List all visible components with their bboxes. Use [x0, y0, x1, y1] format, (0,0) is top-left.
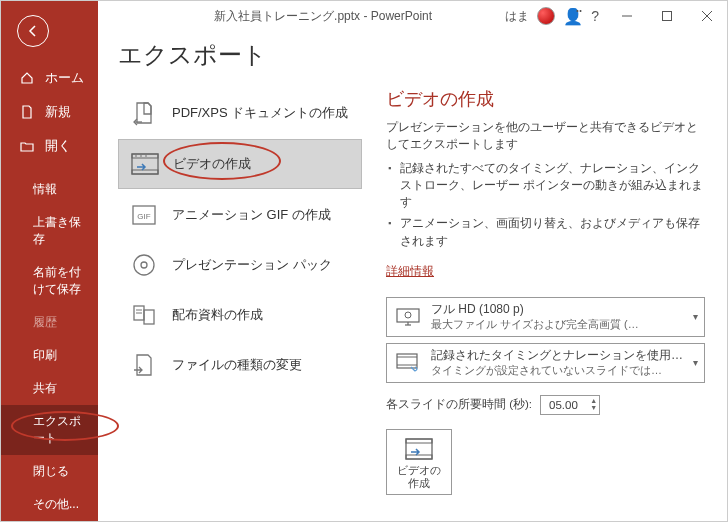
sidebar-label: 印刷 [33, 347, 57, 364]
username: はま [505, 8, 529, 25]
timing-dropdown[interactable]: 記録されたタイミングとナレーションを使用… タイミングが設定されていないスライド… [386, 343, 705, 383]
pdf-icon [130, 99, 158, 127]
sidebar-item-home[interactable]: ホーム [1, 61, 98, 95]
new-icon [19, 104, 35, 120]
svg-point-8 [140, 155, 142, 157]
maximize-button[interactable] [647, 1, 687, 31]
sidebar-item-share[interactable]: 共有 [1, 372, 98, 405]
export-label: PDF/XPS ドキュメントの作成 [172, 104, 348, 122]
export-label: 配布資料の作成 [172, 306, 263, 324]
user-avatar-icon[interactable] [537, 7, 555, 25]
sidebar-item-saveas[interactable]: 名前を付けて保存 [1, 256, 98, 306]
svg-rect-1 [663, 12, 672, 21]
svg-point-7 [135, 155, 137, 157]
duration-input[interactable]: 05.00 ▲▼ [540, 395, 600, 415]
notify-icon[interactable]: 👤̈ [563, 7, 583, 26]
panel-description: プレゼンテーションを他のユーザーと共有できるビデオとしてエクスポートします [386, 119, 705, 154]
sidebar-label: 上書き保存 [33, 214, 90, 248]
export-label: アニメーション GIF の作成 [172, 206, 331, 224]
window-title: 新入社員トレーニング.pptx - PowerPoint [141, 8, 505, 25]
sidebar-item-info[interactable]: 情報 [1, 173, 98, 206]
help-icon[interactable]: ? [591, 8, 599, 24]
svg-text:GIF: GIF [137, 212, 150, 221]
panel-bullet: アニメーション、画面切り替え、およびメディアも保存されます [400, 215, 705, 250]
sidebar-label: 閉じる [33, 463, 69, 480]
sidebar-item-export[interactable]: エクスポート [1, 405, 98, 455]
svg-point-21 [405, 312, 411, 318]
sidebar-item-open[interactable]: 開く [1, 129, 98, 163]
export-label: ファイルの種類の変更 [172, 356, 302, 374]
timing-subtitle: タイミングが設定されていないスライドでは… [431, 363, 683, 377]
svg-rect-18 [397, 309, 419, 322]
export-label: プレゼンテーション パック [172, 256, 332, 274]
panel-heading: ビデオの作成 [386, 87, 705, 111]
svg-point-13 [141, 262, 147, 268]
svg-rect-4 [132, 154, 158, 174]
duration-label: 各スライドの所要時間 (秒): [386, 397, 532, 412]
sidebar-label: 情報 [33, 181, 57, 198]
video-icon [405, 438, 433, 460]
filetype-icon [130, 351, 158, 379]
export-option-gif[interactable]: GIF アニメーション GIF の作成 [118, 191, 362, 239]
create-video-button[interactable]: ビデオの 作成 [386, 429, 452, 495]
sidebar-label: 名前を付けて保存 [33, 264, 90, 298]
svg-point-9 [145, 155, 147, 157]
svg-rect-25 [406, 439, 432, 459]
sidebar-label: その他... [33, 496, 79, 513]
create-label: ビデオの 作成 [397, 464, 441, 490]
svg-point-12 [134, 255, 154, 275]
sidebar-item-new[interactable]: 新規 [1, 95, 98, 129]
folder-icon [19, 138, 35, 154]
sidebar-label: エクスポート [33, 413, 90, 447]
sidebar-item-print[interactable]: 印刷 [1, 339, 98, 372]
sidebar-label: 開く [45, 137, 71, 155]
page-title: エクスポート [118, 39, 362, 71]
sidebar-item-close[interactable]: 閉じる [1, 455, 98, 488]
export-option-pack[interactable]: プレゼンテーション パック [118, 241, 362, 289]
export-option-handout[interactable]: 配布資料の作成 [118, 291, 362, 339]
monitor-icon [395, 307, 421, 327]
timing-title: 記録されたタイミングとナレーションを使用… [431, 348, 683, 364]
chevron-down-icon: ▾ [693, 311, 698, 322]
cd-icon [130, 251, 158, 279]
sidebar-label: ホーム [45, 69, 84, 87]
sidebar-item-other[interactable]: その他... [1, 488, 98, 521]
sidebar-label: 共有 [33, 380, 57, 397]
svg-rect-22 [397, 354, 417, 368]
handout-icon [130, 301, 158, 329]
more-info-link[interactable]: 詳細情報 [386, 264, 434, 279]
svg-rect-15 [144, 310, 154, 324]
export-label: ビデオの作成 [173, 155, 251, 173]
video-icon [131, 150, 159, 178]
export-option-pdf[interactable]: PDF/XPS ドキュメントの作成 [118, 89, 362, 137]
close-button[interactable] [687, 1, 727, 31]
panel-bullet: 記録されたすべてのタイミング、ナレーション、インク ストローク、レーザー ポイン… [400, 160, 705, 212]
back-button[interactable] [17, 15, 49, 47]
chevron-down-icon: ▾ [693, 357, 698, 368]
export-option-video[interactable]: ビデオの作成 [118, 139, 362, 189]
sidebar-item-save[interactable]: 上書き保存 [1, 206, 98, 256]
sidebar-label: 履歴 [33, 314, 57, 331]
home-icon [19, 70, 35, 86]
quality-title: フル HD (1080 p) [431, 302, 683, 318]
gif-icon: GIF [130, 201, 158, 229]
quality-dropdown[interactable]: フル HD (1080 p) 最大ファイル サイズおよび完全高画質 (… ▾ [386, 297, 705, 337]
quality-subtitle: 最大ファイル サイズおよび完全高画質 (… [431, 317, 683, 331]
duration-value: 05.00 [549, 399, 578, 411]
spinner-icon[interactable]: ▲▼ [590, 397, 597, 411]
sidebar-label: 新規 [45, 103, 71, 121]
film-audio-icon [395, 353, 421, 373]
sidebar-item-history: 履歴 [1, 306, 98, 339]
minimize-button[interactable] [607, 1, 647, 31]
export-option-filetype[interactable]: ファイルの種類の変更 [118, 341, 362, 389]
